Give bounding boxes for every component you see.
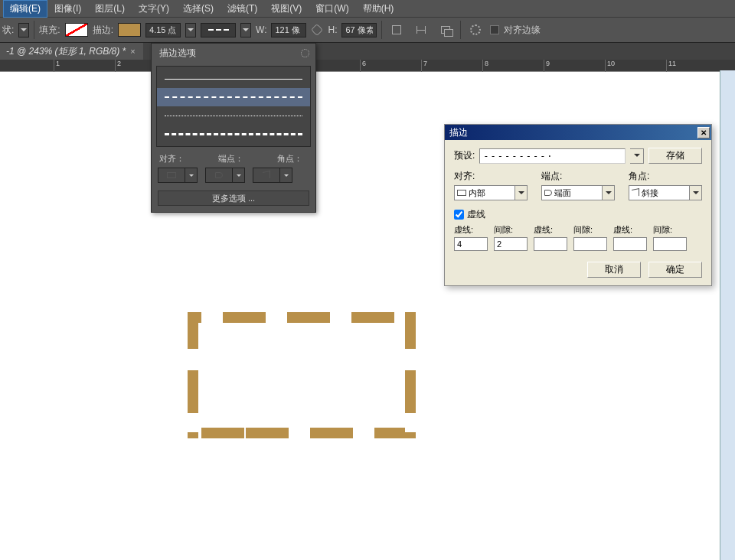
horizontal-ruler: 01234567891011 <box>0 60 735 72</box>
width-input[interactable] <box>271 23 306 37</box>
shape-dropdown[interactable] <box>18 23 29 37</box>
menu-layer[interactable]: 图层(L) <box>88 0 132 18</box>
save-button[interactable]: 存储 <box>648 148 702 164</box>
dash1-input[interactable] <box>454 237 488 251</box>
cancel-button[interactable]: 取消 <box>587 262 641 278</box>
menu-edit[interactable]: 编辑(E) <box>3 0 47 18</box>
stroke-dialog: 描边 ✕ 预设: ---------· 存储 对齐: 内部 端点: 端面 角点:… <box>444 124 712 286</box>
align-edges-checkbox[interactable] <box>490 25 499 34</box>
flyout-corners-label: 角点： <box>277 153 302 164</box>
more-options-button[interactable]: 更多选项 ... <box>158 190 309 206</box>
rectangle-shape[interactable] <box>188 312 416 438</box>
gap1-input[interactable] <box>494 237 528 251</box>
corners-label: 角点: <box>629 170 702 183</box>
tab-title: -1 @ 243% (矩形 1, RGB/8) * <box>6 45 126 58</box>
flyout-corners-select[interactable] <box>253 168 292 183</box>
preset-label: 预设: <box>454 149 475 162</box>
stroke-preset-dashed[interactable] <box>157 88 310 106</box>
preset-field[interactable]: ---------· <box>479 148 626 164</box>
gap2-input[interactable] <box>573 237 607 251</box>
stroke-preset-dotted[interactable] <box>157 106 310 125</box>
dashed-checkbox[interactable] <box>454 210 464 220</box>
gap3-input[interactable] <box>653 237 687 251</box>
dash3-input[interactable] <box>613 237 647 251</box>
menu-type[interactable]: 文字(Y) <box>132 0 176 18</box>
dialog-title: 描边 <box>449 126 468 139</box>
menu-view[interactable]: 视图(V) <box>264 0 309 18</box>
align-select[interactable]: 内部 <box>454 185 528 200</box>
path-ops-icon[interactable] <box>387 21 407 38</box>
dialog-close-icon[interactable]: ✕ <box>697 127 710 138</box>
h-label: H: <box>328 24 337 35</box>
stroke-options-flyout: 描边选项 对齐： 端点： 角点： 更多选项 ... <box>151 43 316 213</box>
flyout-caps-select[interactable] <box>205 168 245 183</box>
link-wh-icon[interactable] <box>312 24 324 36</box>
close-tab-icon[interactable]: × <box>130 47 135 56</box>
shape-label: 状: <box>2 24 14 37</box>
ok-button[interactable]: 确定 <box>648 262 702 278</box>
right-panel-strip <box>720 70 735 560</box>
corners-select[interactable]: 斜接 <box>629 185 702 200</box>
dialog-titlebar[interactable]: 描边 ✕ <box>445 125 711 140</box>
preset-dropdown[interactable] <box>630 148 644 164</box>
align-label: 对齐: <box>454 170 528 183</box>
gap2-label: 间隙: <box>573 224 607 236</box>
stroke-preset-list[interactable] <box>156 66 311 147</box>
dash3-label: 虚线: <box>613 224 647 236</box>
gear-icon[interactable] <box>466 21 485 38</box>
fill-swatch[interactable] <box>65 23 88 37</box>
gap1-label: 间隙: <box>494 224 528 236</box>
stroke-width-input[interactable] <box>145 23 181 37</box>
stroke-width-dropdown[interactable] <box>185 23 196 37</box>
caps-select[interactable]: 端面 <box>541 185 615 200</box>
caps-label: 端点: <box>541 170 615 183</box>
fill-label: 填充: <box>39 24 60 37</box>
dashed-label: 虚线 <box>467 208 485 221</box>
stroke-label: 描边: <box>93 24 113 37</box>
menu-filter[interactable]: 滤镜(T) <box>220 0 264 18</box>
document-tab-bar: -1 @ 243% (矩形 1, RGB/8) * × <box>0 43 735 60</box>
stroke-preset-dashed-thick[interactable] <box>157 125 310 143</box>
dash1-label: 虚线: <box>454 224 488 236</box>
stroke-style-dropdown[interactable] <box>240 23 251 37</box>
arrange-icon[interactable] <box>436 21 456 38</box>
options-bar: 状: 填充: 描边: W: H: 对齐边缘 <box>0 17 735 43</box>
menu-select[interactable]: 选择(S) <box>176 0 220 18</box>
dash2-label: 虚线: <box>534 224 567 236</box>
height-input[interactable] <box>341 23 377 37</box>
flyout-align-label: 对齐： <box>159 153 185 164</box>
gap3-label: 间隙: <box>653 224 687 236</box>
flyout-title: 描边选项 <box>159 47 196 60</box>
flyout-caps-label: 端点： <box>218 153 243 164</box>
menu-help[interactable]: 帮助(H) <box>356 0 401 18</box>
document-tab[interactable]: -1 @ 243% (矩形 1, RGB/8) * × <box>0 43 143 60</box>
stroke-style-preview[interactable] <box>201 23 236 37</box>
w-label: W: <box>256 24 266 35</box>
stroke-preset-solid[interactable] <box>157 70 310 88</box>
flyout-gear-icon[interactable] <box>301 49 309 57</box>
menu-window[interactable]: 窗口(W) <box>309 0 355 18</box>
align-icon[interactable] <box>411 21 431 38</box>
menu-image[interactable]: 图像(I) <box>47 0 88 18</box>
align-edges-label: 对齐边缘 <box>504 24 541 37</box>
dash2-input[interactable] <box>534 237 567 251</box>
stroke-swatch[interactable] <box>118 23 141 37</box>
menu-bar: 编辑(E) 图像(I) 图层(L) 文字(Y) 选择(S) 滤镜(T) 视图(V… <box>0 0 735 17</box>
flyout-align-select[interactable] <box>158 168 198 183</box>
